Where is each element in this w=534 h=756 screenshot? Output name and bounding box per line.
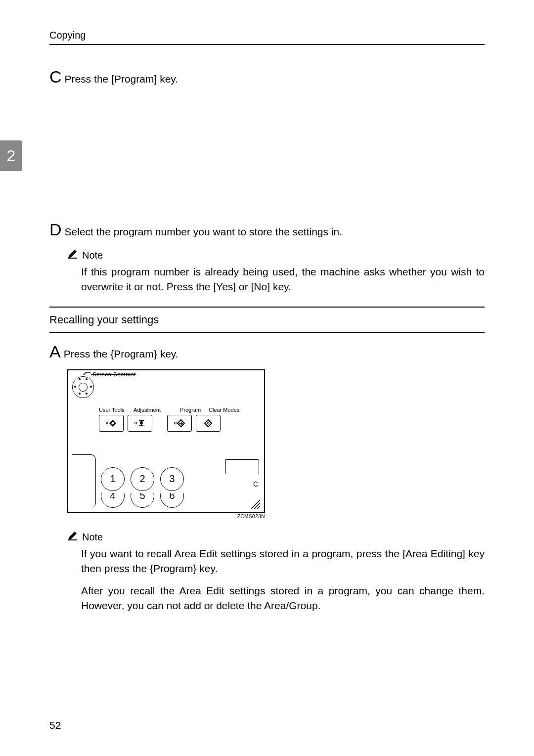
step-letter-a: A [49, 342, 61, 361]
pencil-icon [67, 531, 78, 543]
step-c-text: Press the [Program] key. [65, 73, 178, 85]
diamond-arrow-icon [177, 419, 185, 428]
note-d-label: Note [82, 250, 103, 261]
note-d: Note If this program number is already b… [67, 249, 485, 295]
control-button-row [99, 415, 221, 432]
chapter-title: Copying [49, 30, 86, 41]
note-a-label: Note [82, 532, 103, 543]
note-a-text2: After you recall the Area Edit settings … [81, 583, 485, 614]
step-a-text: Press the {Program} key. [64, 348, 178, 360]
label-program: Program [180, 407, 204, 413]
step-d-text: Select the program number you want to st… [65, 226, 342, 238]
step-a: A Press the {Program} key. [49, 342, 485, 361]
figure-id: ZCMS023N [67, 514, 265, 519]
note-a-text1: If you want to recall Area Edit settings… [81, 546, 485, 577]
step-d: D Select the program number you want to … [49, 220, 485, 239]
user-tools-button[interactable] [99, 415, 124, 432]
note-a-label-row: Note [67, 531, 485, 543]
control-panel-figure: Screen Contrast User Tools Adjustment [67, 369, 485, 519]
keypad-5[interactable]: 5 [131, 493, 154, 508]
svg-line-6 [257, 506, 260, 509]
subheading-recalling: Recalling your settings [49, 308, 485, 332]
step-letter-d: D [49, 220, 62, 239]
keypad-row-1: 1 2 3 [101, 467, 190, 492]
svg-point-1 [111, 422, 114, 424]
button-labels-row: User Tools Adjustment Program Clear Mode… [99, 407, 247, 413]
page-number: 52 [49, 719, 61, 731]
hatch-corner-icon [251, 500, 260, 509]
keypad-1[interactable]: 1 [101, 467, 125, 491]
keypad-row-2: 4 5 6 [101, 493, 190, 508]
small-panel-rect [225, 459, 259, 474]
clear-modes-button[interactable] [196, 415, 221, 432]
pencil-icon [67, 249, 78, 262]
keypad-3[interactable]: 3 [160, 467, 184, 491]
keypad-6[interactable]: 6 [160, 493, 184, 508]
panel-side-slice [72, 454, 96, 508]
keypad-2[interactable]: 2 [131, 467, 154, 491]
control-panel-box: Screen Contrast User Tools Adjustment [67, 369, 265, 513]
label-clear-modes: Clear Modes [209, 407, 242, 413]
step-letter-c: C [49, 67, 62, 87]
note-a: Note If you want to recall Area Edit set… [67, 531, 485, 614]
adjustment-icon [137, 419, 146, 428]
contrast-dial [72, 372, 97, 402]
chapter-header: Copying [49, 30, 485, 45]
recalling-heading-wrap: Recalling your settings [49, 307, 485, 333]
step-c: C Press the [Program] key. [49, 67, 485, 87]
keypad-4[interactable]: 4 [101, 493, 125, 508]
label-adjustment: Adjustment [134, 407, 163, 413]
diamond-outline-icon [204, 419, 213, 428]
label-user-tools: User Tools [99, 407, 129, 413]
note-d-text: If this program number is already being … [81, 265, 485, 295]
manual-page: Copying C Press the [Program] key. D Sel… [0, 0, 534, 756]
svg-line-5 [254, 503, 260, 509]
program-button[interactable] [167, 415, 192, 432]
note-d-label-row: Note [67, 249, 485, 262]
svg-point-2 [140, 421, 143, 424]
diamond-icon [108, 419, 117, 428]
svg-point-3 [207, 422, 209, 424]
adjustment-button[interactable] [128, 415, 152, 432]
panel-c-label: C [253, 480, 258, 488]
